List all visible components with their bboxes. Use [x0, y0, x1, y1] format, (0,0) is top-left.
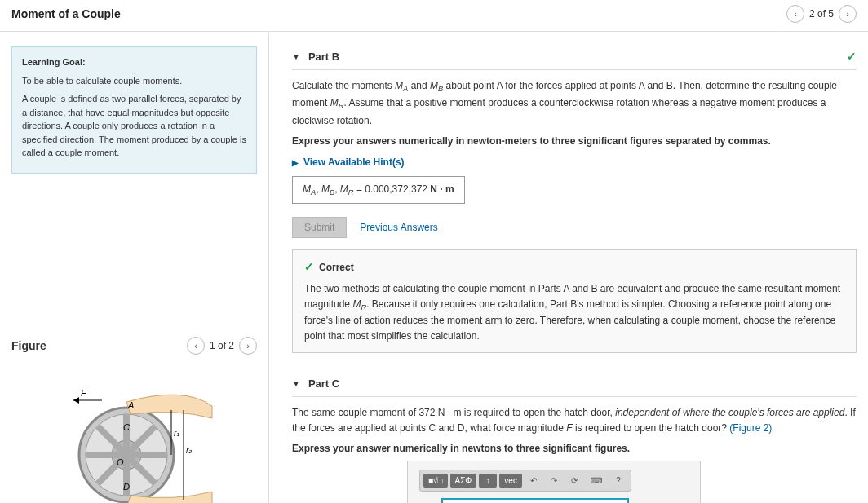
- figure-pager-text: 1 of 2: [210, 340, 234, 351]
- toolbar-vec-button[interactable]: vec: [499, 474, 522, 488]
- learning-goal-text: To be able to calculate couple moments.: [22, 74, 246, 88]
- part-b-instructions: Calculate the moments MA and MB about po…: [292, 78, 857, 129]
- svg-marker-13: [73, 397, 79, 404]
- learning-goal-title: Learning Goal:: [22, 55, 246, 69]
- toolbar-undo-button[interactable]: ↶: [525, 474, 542, 488]
- collapse-icon[interactable]: ▼: [292, 52, 300, 61]
- toolbar-keyboard-button[interactable]: ⌨: [586, 474, 607, 488]
- figure-prev-button[interactable]: ‹: [187, 337, 205, 355]
- part-b-feedback: ✓Correct The two methods of calculating …: [292, 249, 857, 352]
- part-b-label: Part B: [308, 51, 339, 63]
- toolbar-redo-button[interactable]: ↷: [545, 474, 563, 488]
- part-c-express: Express your answer numerically in newto…: [292, 443, 857, 454]
- toolbar-subsup-button[interactable]: ↕: [479, 474, 497, 488]
- part-b-answer-display: MA, MB, MR = 0.000,372,372 N · m: [292, 176, 465, 204]
- part-b-express: Express your answers numerically in newt…: [292, 135, 857, 147]
- part-c-label: Part C: [308, 377, 339, 390]
- figure-2-link[interactable]: (Figure 2): [729, 422, 772, 434]
- learning-goal-box: Learning Goal: To be able to calculate c…: [11, 46, 257, 174]
- collapse-icon[interactable]: ▼: [292, 379, 300, 388]
- figure-image: F A C O D B F r₁ r₂: [11, 355, 257, 504]
- svg-text:r₂: r₂: [186, 446, 193, 455]
- correct-check-icon: ✓: [847, 50, 857, 63]
- check-icon: ✓: [304, 258, 314, 276]
- svg-text:F: F: [81, 388, 87, 398]
- svg-text:D: D: [123, 482, 130, 492]
- svg-text:A: A: [127, 400, 134, 410]
- part-c-answer-region: ■√□ ΑΣΦ ↕ vec ↶ ↷ ⟳ ⌨ ? F = N: [407, 461, 701, 503]
- toolbar-greek-button[interactable]: ΑΣΦ: [450, 474, 477, 488]
- figure-next-button[interactable]: ›: [239, 337, 257, 355]
- part-c-answer-input[interactable]: [441, 498, 629, 503]
- svg-text:O: O: [117, 457, 124, 467]
- figure-title: Figure: [11, 339, 46, 352]
- part-c-instructions: The same couple moment of 372 N · m is r…: [292, 405, 857, 436]
- part-b-hints-link[interactable]: View Available Hint(s): [292, 157, 405, 168]
- toolbar-help-button[interactable]: ?: [609, 474, 627, 488]
- next-problem-button[interactable]: ›: [839, 5, 857, 23]
- equation-toolbar: ■√□ ΑΣΦ ↕ vec ↶ ↷ ⟳ ⌨ ?: [419, 470, 631, 492]
- svg-text:C: C: [123, 422, 130, 432]
- part-b-submit-button: Submit: [292, 217, 347, 238]
- toolbar-reset-button[interactable]: ⟳: [565, 474, 583, 488]
- svg-text:r₁: r₁: [174, 429, 179, 438]
- page-title: Moment of a Couple: [11, 7, 121, 20]
- prev-problem-button[interactable]: ‹: [786, 5, 804, 23]
- learning-goal-desc: A couple is defined as two parallel forc…: [22, 92, 246, 160]
- part-b-previous-answers-link[interactable]: Previous Answers: [360, 222, 437, 233]
- pager-text: 2 of 5: [809, 8, 834, 20]
- toolbar-templates-button[interactable]: ■√□: [423, 474, 448, 488]
